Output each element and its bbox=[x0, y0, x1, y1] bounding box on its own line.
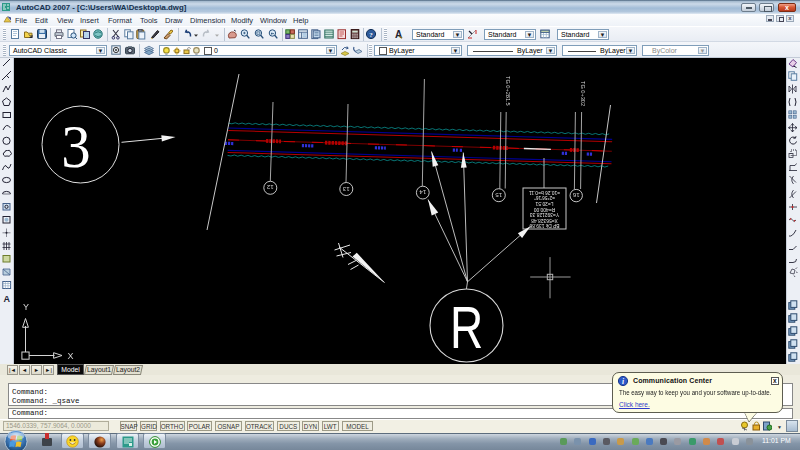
svg-text:13: 13 bbox=[342, 186, 349, 193]
svg-text:Y=392128.33: Y=392128.33 bbox=[530, 212, 560, 217]
svg-text:?: ? bbox=[369, 31, 373, 39]
svg-text:BP Dk 139.86: BP Dk 139.86 bbox=[529, 223, 559, 228]
svg-text:R=400.00: R=400.00 bbox=[534, 207, 556, 212]
svg-text:=10.26 b=0.11: =10.26 b=0.11 bbox=[529, 190, 560, 195]
svg-text:12: 12 bbox=[266, 184, 273, 191]
svg-text:Y: Y bbox=[23, 302, 29, 312]
svg-text:TG 0+281.5: TG 0+281.5 bbox=[505, 76, 511, 106]
svg-text:L=20.51: L=20.51 bbox=[535, 201, 553, 206]
svg-text:A: A bbox=[4, 294, 11, 304]
svg-text:15: 15 bbox=[495, 192, 502, 199]
svg-text:R: R bbox=[450, 294, 483, 360]
svg-text:14: 14 bbox=[419, 189, 426, 196]
svg-text:3: 3 bbox=[61, 112, 90, 181]
svg-text:16: 16 bbox=[572, 192, 579, 199]
svg-text:X=56328.48: X=56328.48 bbox=[531, 218, 558, 223]
svg-text:X: X bbox=[67, 351, 73, 361]
svg-text:TG 0+302: TG 0+302 bbox=[580, 81, 586, 106]
svg-text:=2°56'16": =2°56'16" bbox=[534, 195, 555, 200]
